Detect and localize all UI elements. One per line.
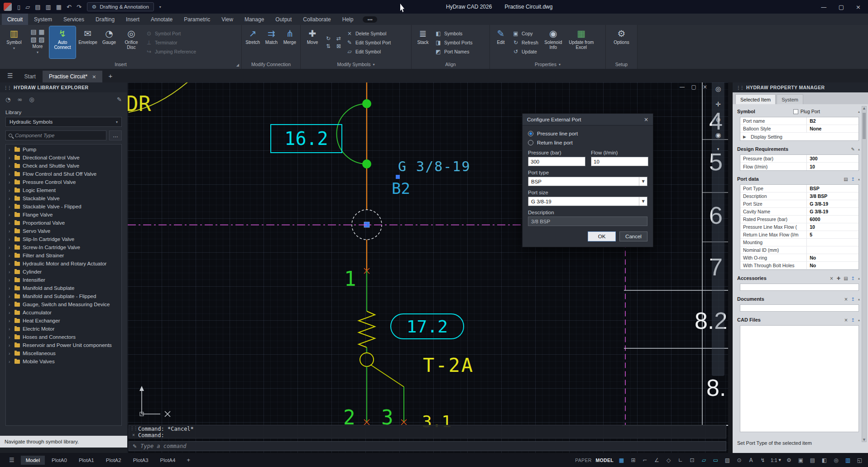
chevron-right-icon[interactable]: › — [9, 204, 12, 209]
tab-circuit[interactable]: Circuit — [2, 14, 28, 25]
chevron-right-icon[interactable]: › — [9, 221, 12, 226]
tab-selected-item[interactable]: Selected Item — [735, 94, 776, 104]
remove-icon[interactable]: × — [844, 318, 848, 323]
chevron-right-icon[interactable]: › — [9, 343, 12, 348]
tree-item[interactable]: › Filter and Strainer — [6, 251, 121, 260]
history-icon[interactable]: ◔ — [5, 96, 10, 103]
chevron-right-icon[interactable]: › — [9, 261, 12, 266]
accessories-header[interactable]: Accessories × ✚ ▤ ↥ ▴ — [737, 274, 860, 283]
tree-item[interactable]: › Pump — [6, 145, 121, 154]
tree-item[interactable]: › Hoses and Connectors — [6, 333, 121, 341]
navbar-menu-icon[interactable]: ▾ — [717, 147, 719, 151]
port-data-header[interactable]: Port data ▤ ↥ ▴ — [737, 174, 860, 183]
documents-list[interactable] — [740, 304, 859, 312]
autoscale-icon[interactable]: ↯ — [759, 457, 767, 463]
isolate-objects-icon[interactable]: ◎ — [832, 457, 840, 463]
return-line-port-radio[interactable]: Return line port — [528, 138, 647, 147]
tree-item[interactable]: › Check and Shuttle Valve — [6, 162, 121, 170]
search-input[interactable] — [15, 133, 103, 138]
scroll-down-icon[interactable]: ▼ — [863, 438, 865, 442]
ribbon-tab[interactable]: Collaborate — [297, 14, 336, 25]
balloon-16-2[interactable]: 16.2 — [270, 124, 342, 153]
property-row[interactable]: Balloon Style None — [740, 125, 858, 133]
save-icon[interactable]: ▤ — [844, 177, 848, 182]
jumping-reference-button[interactable]: ↪ Jumping Reference — [144, 48, 197, 55]
selection-cycling-icon[interactable]: ⊙ — [735, 457, 743, 463]
ribbon-overflow-button[interactable]: ••• — [363, 16, 377, 23]
command-input-bar[interactable]: ✎ — [129, 441, 726, 451]
edit-properties-button[interactable]: ✎ Edit — [492, 26, 509, 58]
layout-tab[interactable]: PlotA1 — [74, 456, 99, 465]
chevron-right-icon[interactable]: › — [9, 351, 12, 356]
chevron-right-icon[interactable]: › — [9, 172, 12, 177]
property-panel-header[interactable]: ⋮⋮ HYDRAW PROPERTY MANAGER — [733, 82, 868, 92]
symbol-port-button[interactable]: ⊙ Symbol Port — [144, 30, 197, 37]
options-button[interactable]: ⚙ Options — [610, 26, 633, 58]
tree-item[interactable]: › Heat Exchanger — [6, 317, 121, 325]
collapse-icon[interactable]: ▴ — [858, 147, 860, 151]
annotation-monitor-icon[interactable]: ▣ — [797, 457, 805, 463]
library-dropdown[interactable]: Hydraulic Symbols ▾ — [5, 117, 122, 127]
chevron-right-icon[interactable]: › — [9, 327, 12, 332]
tree-item[interactable]: › Flow Control and Shut Off Valve — [6, 170, 121, 178]
export-icon[interactable]: ↥ — [851, 318, 855, 323]
filter-connections-icon[interactable]: ∞ — [17, 96, 22, 103]
property-row[interactable]: Port name B2 — [740, 117, 858, 125]
property-row[interactable]: Return Line Max Flow (l/m 5 — [740, 231, 858, 239]
refresh-properties-button[interactable]: ↻ Refresh — [511, 39, 540, 46]
delete-symbol-button[interactable]: × Delete Symbol — [345, 30, 392, 37]
viewport-minimize-icon[interactable]: — — [680, 84, 685, 90]
dialog-close-icon[interactable]: × — [644, 116, 648, 123]
quick-properties-icon[interactable]: ▤ — [809, 457, 816, 463]
collapse-icon[interactable]: ▴ — [858, 276, 860, 280]
layout-tab[interactable]: PlotA3 — [128, 456, 153, 465]
grid-display-icon[interactable]: ▦ — [618, 457, 625, 463]
tree-item[interactable]: › Directional Control Valve — [6, 154, 121, 162]
port-type-select[interactable]: BSP ▼ — [528, 177, 647, 186]
undo-icon[interactable]: ↶ — [67, 4, 72, 10]
tree-item[interactable]: › Stackable Valve — [6, 194, 121, 202]
envelope-button[interactable]: ✉ Envelope — [77, 26, 98, 58]
edit-library-icon[interactable]: ✎ — [117, 96, 122, 103]
chevron-right-icon[interactable]: › — [9, 212, 12, 217]
port-size-select[interactable]: G 3/8-19 ▼ — [528, 197, 647, 206]
dialog-title-bar[interactable]: Configure External Port × — [523, 114, 653, 125]
chevron-right-icon[interactable]: › — [9, 188, 12, 193]
layout-tab[interactable]: PlotA2 — [101, 456, 126, 465]
pan-icon[interactable]: ✛ — [715, 101, 721, 108]
tree-item[interactable]: › Hydraulic Motor and Rotary Actuator — [6, 260, 121, 268]
navigation-wheel-icon[interactable]: ◎ — [715, 85, 721, 92]
clean-screen-icon[interactable]: ◱ — [856, 457, 863, 463]
more-button[interactable]: ▤ ▦ ▧ ▨ More ▾ — [28, 26, 48, 58]
panel-label-properties[interactable]: Properties ▾ — [490, 60, 605, 69]
chevron-right-icon[interactable]: › — [9, 318, 12, 323]
graphics-performance-icon[interactable]: ▥ — [844, 457, 852, 463]
layout-tab[interactable]: PlotA0 — [47, 456, 72, 465]
panel-label-modify-connection[interactable]: Modify Connection — [242, 60, 300, 69]
transparency-icon[interactable]: ▨ — [724, 457, 731, 463]
plug-port-checkbox[interactable]: Plug Port — [793, 109, 820, 114]
auto-connect-button[interactable]: ↯ Auto Connect — [49, 26, 76, 58]
ribbon-tab[interactable]: Annotate — [145, 14, 178, 25]
isometric-drafting-icon[interactable]: ◇ — [665, 457, 672, 463]
add-icon[interactable]: ✚ — [837, 276, 840, 281]
workspace-switcher[interactable]: ⚙ Drafting & Annotation — [87, 2, 154, 11]
lineweight-icon[interactable]: ▭ — [712, 457, 719, 463]
edit-symbol-port-button[interactable]: ✎ Edit Symbol Port — [345, 39, 392, 46]
chevron-right-icon[interactable]: › — [9, 302, 12, 307]
ribbon-tab[interactable]: Parametric — [178, 14, 216, 25]
preview-icon[interactable]: ◎ — [29, 96, 34, 103]
symbol-section-header[interactable]: Symbol Plug Port ▴ — [737, 107, 860, 116]
ribbon-tab[interactable]: Help — [337, 14, 359, 25]
ribbon-tab[interactable]: Output — [270, 14, 297, 25]
app-icon[interactable] — [4, 3, 12, 11]
dynamic-input-icon[interactable]: ▱ — [700, 457, 708, 463]
export-icon[interactable]: ↥ — [851, 177, 855, 182]
flip-icon[interactable]: ⇅ — [324, 43, 333, 49]
property-row[interactable]: Cavity Name G 3/8-19 — [740, 208, 858, 216]
chevron-right-icon[interactable]: › — [9, 359, 12, 364]
align-symbol-ports-button[interactable]: ◨ Symbol Ports — [434, 39, 474, 46]
close-tab-icon[interactable]: × — [92, 74, 96, 80]
chevron-right-icon[interactable]: › — [9, 286, 12, 291]
collapse-icon[interactable]: ▴ — [858, 318, 860, 322]
